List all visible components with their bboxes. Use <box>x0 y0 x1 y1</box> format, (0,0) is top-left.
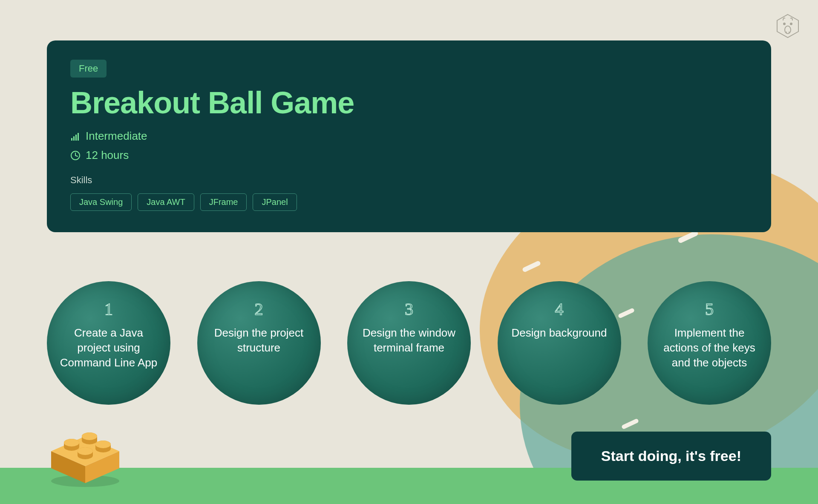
start-cta-button[interactable]: Start doing, it's free! <box>571 432 771 481</box>
step-text: Implement the actions of the keys and th… <box>648 325 771 370</box>
svg-point-3 <box>785 26 791 34</box>
hero-card: Free Breakout Ball Game Intermediate 12 … <box>47 40 771 232</box>
clock-icon <box>70 150 81 161</box>
course-title: Breakout Ball Game <box>70 85 748 120</box>
svg-point-2 <box>790 23 792 25</box>
skill-chip[interactable]: JFrame <box>200 193 247 211</box>
step-circle-5[interactable]: 5 Implement the actions of the keys and … <box>648 281 771 405</box>
step-number: 2 <box>255 299 263 319</box>
skill-chip[interactable]: Java AWT <box>138 193 194 211</box>
duration-text: 12 hours <box>86 149 129 162</box>
step-text: Create a Java project using Command Line… <box>47 325 170 370</box>
steps-row: 1 Create a Java project using Command Li… <box>47 281 771 405</box>
step-text: Design the project structure <box>197 325 321 355</box>
level-bars-icon <box>70 131 81 141</box>
svg-rect-9 <box>78 133 79 141</box>
svg-rect-7 <box>73 136 75 141</box>
svg-point-22 <box>78 447 93 455</box>
step-number: 5 <box>705 299 714 319</box>
step-circle-4[interactable]: 4 Design background <box>498 281 621 405</box>
step-text: Design the window terminal frame <box>347 325 471 355</box>
step-number: 1 <box>104 299 113 319</box>
svg-point-20 <box>82 432 97 440</box>
step-text: Design background <box>501 325 617 340</box>
brand-logo-icon <box>775 13 801 41</box>
step-circle-3[interactable]: 3 Design the window terminal frame <box>347 281 471 405</box>
svg-point-18 <box>64 439 79 446</box>
step-number: 4 <box>555 299 564 319</box>
skill-chip[interactable]: JPanel <box>253 193 297 211</box>
level-text: Intermediate <box>86 130 147 143</box>
skill-chip[interactable]: Java Swing <box>70 193 132 211</box>
lego-brick-icon <box>43 417 128 491</box>
level-row: Intermediate <box>70 130 748 143</box>
step-circle-2[interactable]: 2 Design the project structure <box>197 281 321 405</box>
duration-row: 12 hours <box>70 149 748 162</box>
svg-rect-8 <box>75 135 77 141</box>
skills-row: Java Swing Java AWT JFrame JPanel <box>70 193 748 211</box>
step-number: 3 <box>405 299 413 319</box>
svg-point-24 <box>95 441 111 448</box>
svg-line-12 <box>75 156 78 156</box>
step-circle-1[interactable]: 1 Create a Java project using Command Li… <box>47 281 170 405</box>
skills-label: Skills <box>70 175 748 186</box>
free-badge: Free <box>70 60 107 78</box>
svg-rect-6 <box>71 138 72 141</box>
svg-point-1 <box>783 23 786 25</box>
